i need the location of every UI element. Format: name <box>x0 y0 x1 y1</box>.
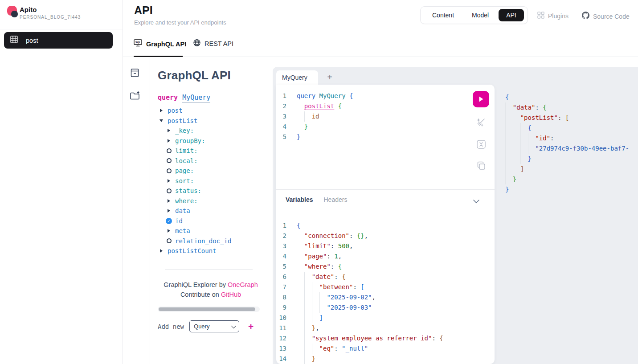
indent-guide <box>505 174 513 184</box>
merge-fragments-icon[interactable] <box>475 138 487 151</box>
line-number: 10 <box>276 313 297 323</box>
code-token: 1 <box>334 253 338 260</box>
explorer-tree-item-relation_doc_id[interactable]: relation_doc_id <box>158 236 265 246</box>
explorer-tree-item-id[interactable]: ✓id <box>158 216 265 226</box>
query-editor[interactable]: 1query MyQuery {2postList {3id4}5} <box>276 91 463 142</box>
line-number: 6 <box>276 272 297 282</box>
code-token: [ <box>565 114 569 121</box>
variables-editor[interactable]: 1{2"connection": {},3"limit": 500,4"page… <box>276 221 495 364</box>
explorer-tree-item-post[interactable]: post <box>158 106 265 116</box>
explorer-tree-item-data[interactable]: data <box>158 206 265 216</box>
indent-guide <box>520 123 528 133</box>
line-number: 3 <box>276 111 297 122</box>
code-token: : <box>558 114 565 121</box>
code-token: "2025-09-03" <box>327 304 372 311</box>
code-token: : <box>327 253 334 260</box>
play-icon <box>478 96 484 102</box>
code-token: "id" <box>535 135 550 142</box>
code-token: , <box>349 242 353 249</box>
explorer-tree-item-meta[interactable]: meta <box>158 226 265 236</box>
explorer-tree-item-where[interactable]: where: <box>158 196 265 206</box>
indent-guide <box>505 123 513 133</box>
tree-item-label: status: <box>175 187 201 194</box>
operation-type-select[interactable]: Query <box>189 320 239 332</box>
line-number: 7 <box>276 282 297 292</box>
mode-tab-group: Content Model API <box>420 6 528 24</box>
explorer-tree-item-status[interactable]: status: <box>158 186 265 196</box>
code-line: "postList": [ <box>505 113 638 123</box>
query-name-input[interactable]: MyQuery <box>182 94 210 102</box>
rest-api-label: REST API <box>204 40 233 47</box>
explorer-tree-item-page[interactable]: page: <box>158 166 265 176</box>
indent-guide <box>513 143 520 154</box>
onegraph-link[interactable]: OneGraph <box>228 281 258 288</box>
tab-graphql-api[interactable]: SQL GraphQL API <box>134 39 186 49</box>
scrollbar-thumb[interactable] <box>159 307 255 311</box>
code-line: { <box>505 123 638 133</box>
line-number: 5 <box>276 262 297 272</box>
indent-guide <box>505 154 513 164</box>
project-sidebar: Apito PERSONAL_BLOG_7I443 post <box>0 0 123 364</box>
tree-item-label: post <box>168 107 183 114</box>
indent-guide <box>520 154 528 164</box>
explorer-tree-item-_key[interactable]: _key: <box>158 126 265 136</box>
plugins-link[interactable]: Plugins <box>537 12 568 20</box>
query-tab-myquery[interactable]: MyQuery <box>276 70 318 85</box>
tab-headers[interactable]: Headers <box>324 196 348 203</box>
explorer-tree-item-groupBy[interactable]: groupBy: <box>158 136 265 146</box>
code-line: "data": { <box>505 102 638 113</box>
code-line: 13"eq": "_null" <box>276 344 495 354</box>
code-token: id <box>312 113 319 120</box>
code-token: "2025-09-02" <box>327 294 372 301</box>
code-token: MyQuery <box>319 92 349 99</box>
folder-add-icon[interactable] <box>130 91 141 102</box>
code-token: , <box>338 253 342 260</box>
source-code-link[interactable]: Source Code <box>582 12 630 21</box>
copy-query-icon[interactable] <box>475 160 487 172</box>
code-token: : <box>535 104 543 111</box>
code-line: 10] <box>276 313 495 323</box>
add-new-row: Add new Query + <box>158 320 254 332</box>
explorer-title: GraphQL API <box>158 69 231 82</box>
horizontal-scrollbar[interactable] <box>158 307 260 312</box>
add-new-label: Add new <box>158 323 184 330</box>
line-number: 4 <box>276 251 297 262</box>
github-link[interactable]: GitHub <box>221 291 241 298</box>
indent-guide <box>520 133 528 143</box>
prettify-icon[interactable] <box>475 116 487 128</box>
archive-collapse-icon[interactable] <box>130 68 140 80</box>
code-token: "system_employee_as_referrer_id" <box>312 335 432 342</box>
line-number: 3 <box>276 241 297 251</box>
explorer-tree-item-local[interactable]: local: <box>158 156 265 166</box>
sql-monitor-icon: SQL <box>134 39 142 49</box>
add-operation-button[interactable]: + <box>248 322 254 331</box>
indent-guide <box>304 272 312 282</box>
execute-query-button[interactable] <box>473 91 489 107</box>
code-token: "between" <box>319 283 353 290</box>
explorer-tree-item-sort[interactable]: sort: <box>158 176 265 186</box>
explorer-tree-item-limit[interactable]: limit: <box>158 146 265 156</box>
divider <box>165 270 253 270</box>
code-line: 4"page": 1, <box>276 251 495 262</box>
tab-variables[interactable]: Variables <box>286 196 313 203</box>
line-number: 12 <box>276 333 297 344</box>
indent-guide <box>304 313 312 323</box>
indent-guide <box>505 102 513 113</box>
new-tab-button[interactable]: + <box>323 70 337 85</box>
explorer-tree-item-postList[interactable]: postList <box>158 116 265 126</box>
tab-content[interactable]: Content <box>424 9 462 21</box>
radio-unchecked-icon <box>165 188 172 193</box>
tab-api[interactable]: API <box>499 9 524 21</box>
code-token: { <box>528 124 532 131</box>
apito-logo-icon <box>7 6 20 19</box>
tab-model[interactable]: Model <box>464 9 497 21</box>
tab-rest-api[interactable]: REST API <box>193 39 233 48</box>
indent-guide <box>312 282 319 292</box>
line-number: 9 <box>276 303 297 313</box>
sidebar-item-label: post <box>26 37 38 44</box>
explorer-tree-item-postListCount[interactable]: postListCount <box>158 246 265 256</box>
collapse-panel-chevron-icon[interactable] <box>473 197 480 205</box>
indent-guide <box>297 354 304 364</box>
sidebar-item-post[interactable]: post <box>4 32 113 49</box>
indent-guide <box>312 313 319 323</box>
